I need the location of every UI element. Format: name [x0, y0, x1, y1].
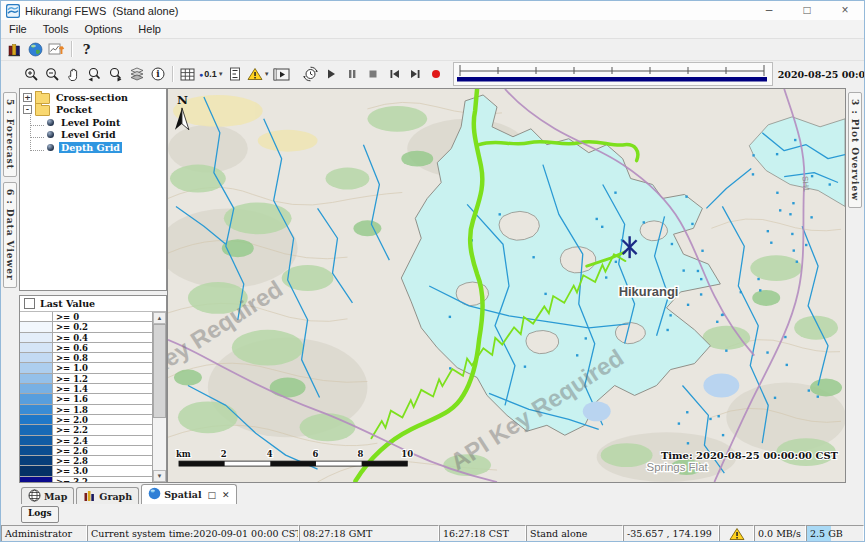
- legend-row[interactable]: >= 1.8: [20, 405, 152, 415]
- warning-icon[interactable]: ▼: [246, 64, 271, 84]
- legend-row[interactable]: >= 0: [20, 312, 152, 322]
- threshold-icon[interactable]: ●0.1▼: [198, 64, 225, 84]
- toolbar-separator: [172, 66, 173, 82]
- legend-row[interactable]: >= 2.6: [20, 446, 152, 456]
- play-icon[interactable]: [321, 64, 342, 84]
- last-value-checkbox[interactable]: [24, 298, 35, 309]
- stop-icon[interactable]: [363, 64, 384, 84]
- svg-text:4: 4: [267, 449, 273, 459]
- tab-graph[interactable]: Graph: [76, 487, 139, 504]
- tab-spatial[interactable]: Spatial□✕: [141, 484, 236, 504]
- tree-item-cross-section[interactable]: +Cross-section: [20, 91, 166, 104]
- time-slider[interactable]: [453, 62, 773, 86]
- expand-icon[interactable]: +: [23, 93, 32, 102]
- dock-tab-forecast[interactable]: 5 : Forecast: [3, 92, 17, 177]
- legend-row[interactable]: >= 2.2: [20, 425, 152, 435]
- map-view[interactable]: API Key Required API Key Required Hikura…: [167, 88, 846, 483]
- scroll-up-icon[interactable]: ▲: [153, 312, 166, 324]
- main-area: 5 : Forecast 6 : Data Viewer +Cross-sect…: [1, 88, 864, 483]
- chevron-down-icon[interactable]: ▼: [218, 71, 224, 77]
- legend-swatch: [20, 466, 53, 476]
- legend-scrollbar[interactable]: ▲ ▼: [152, 312, 166, 482]
- legend-row[interactable]: >= 1.0: [20, 363, 152, 373]
- scroll-thumb[interactable]: [153, 324, 166, 418]
- dock-tab-data-viewer[interactable]: 6 : Data Viewer: [3, 182, 17, 288]
- legend-row[interactable]: >= 0.6: [20, 343, 152, 353]
- legend-swatch: [20, 343, 53, 353]
- legend-swatch: [20, 436, 53, 446]
- legend-header: Last Value: [20, 296, 166, 312]
- menu-file[interactable]: File: [1, 20, 35, 38]
- info-icon[interactable]: i: [147, 64, 168, 84]
- svg-text:8: 8: [357, 449, 363, 459]
- legend-row[interactable]: >= 0.4: [20, 333, 152, 343]
- legend-label: >= 1.6: [53, 394, 152, 404]
- map-time-label: Time: 2020-08-25 00:00:00 CST: [661, 450, 839, 461]
- place-label-springs-flat: Springs Flat: [647, 461, 709, 473]
- waterbody-patch: [583, 401, 611, 421]
- legend-row[interactable]: >= 1.2: [20, 374, 152, 384]
- scroll-down-icon[interactable]: ▼: [153, 470, 166, 482]
- close-button[interactable]: ×: [826, 1, 864, 20]
- animate-clock-icon[interactable]: [300, 64, 321, 84]
- legend-row[interactable]: >= 3.2: [20, 477, 152, 482]
- legend-label: >= 0.8: [53, 353, 152, 363]
- tab-map[interactable]: Map: [21, 487, 74, 504]
- layers-icon[interactable]: [126, 64, 147, 84]
- legend-swatch: [20, 353, 53, 363]
- item-tree: +Cross-section-PocketLevel PointLevel Gr…: [19, 88, 167, 291]
- legend-row[interactable]: >= 2.0: [20, 415, 152, 425]
- status-cell-2: 08:27:18 GMT: [299, 525, 439, 542]
- app-window: Hikurangi FEWS (Stand alone) – □ × FileT…: [0, 0, 865, 542]
- zoom-in-icon[interactable]: [21, 64, 42, 84]
- tree-item-label: Level Point: [59, 117, 122, 128]
- legend-row[interactable]: >= 2.4: [20, 436, 152, 446]
- zoom-out-icon[interactable]: [42, 64, 63, 84]
- minimize-button[interactable]: –: [750, 1, 788, 20]
- close-tab-button[interactable]: ✕: [222, 490, 230, 500]
- tree-item-pocket[interactable]: -Pocket: [20, 104, 166, 117]
- legend-row[interactable]: >= 1.6: [20, 394, 152, 404]
- chart-export-icon[interactable]: [46, 39, 67, 59]
- legend-row[interactable]: >= 1.4: [20, 384, 152, 394]
- pan-icon[interactable]: [63, 64, 84, 84]
- skip-start-icon[interactable]: [384, 64, 405, 84]
- logs-button[interactable]: Logs: [21, 506, 59, 523]
- skip-end-icon[interactable]: [405, 64, 426, 84]
- menu-help[interactable]: Help: [130, 20, 169, 38]
- app-logo-icon: [6, 4, 20, 18]
- record-icon[interactable]: [426, 64, 447, 84]
- menu-tools[interactable]: Tools: [35, 20, 77, 38]
- grid-icon[interactable]: [177, 64, 198, 84]
- legend-row[interactable]: >= 0.2: [20, 322, 152, 332]
- tree-item-depth-grid[interactable]: Depth Grid: [20, 141, 166, 154]
- globe-wire-icon: [28, 489, 41, 504]
- tree-guide: [30, 140, 44, 151]
- legend-row[interactable]: >= 3.0: [20, 466, 152, 476]
- globe-blue-icon: [148, 487, 161, 502]
- legend-label: >= 2.0: [53, 415, 152, 425]
- status-cell-1: Current system time:2020-09-01 00:00 CST: [87, 525, 299, 542]
- legend-row[interactable]: >= 2.8: [20, 456, 152, 466]
- pause-icon[interactable]: [342, 64, 363, 84]
- profile-icon[interactable]: [225, 64, 246, 84]
- collapse-icon[interactable]: -: [23, 105, 32, 114]
- legend-row[interactable]: >= 0.8: [20, 353, 152, 363]
- movie-icon[interactable]: [271, 64, 292, 84]
- menu-options[interactable]: Options: [76, 20, 130, 38]
- globe-icon[interactable]: [25, 39, 46, 59]
- help-icon[interactable]: ?: [76, 39, 97, 59]
- archive-icon[interactable]: [4, 39, 25, 59]
- node-bullet-icon: [47, 144, 54, 151]
- maximize-button[interactable]: □: [788, 1, 826, 20]
- zoom-next-icon[interactable]: [105, 64, 126, 84]
- tree-guide: [30, 115, 44, 126]
- folder-icon: [35, 93, 50, 104]
- chevron-down-icon[interactable]: ▼: [264, 71, 270, 77]
- restore-tab-button[interactable]: □: [208, 490, 217, 500]
- dock-tab-plot-overview[interactable]: 3 : Plot Overview: [848, 92, 862, 208]
- legend-swatch: [20, 333, 53, 343]
- zoom-previous-icon[interactable]: [84, 64, 105, 84]
- node-bullet-icon: [47, 131, 54, 138]
- legend-label: >= 0: [53, 312, 152, 322]
